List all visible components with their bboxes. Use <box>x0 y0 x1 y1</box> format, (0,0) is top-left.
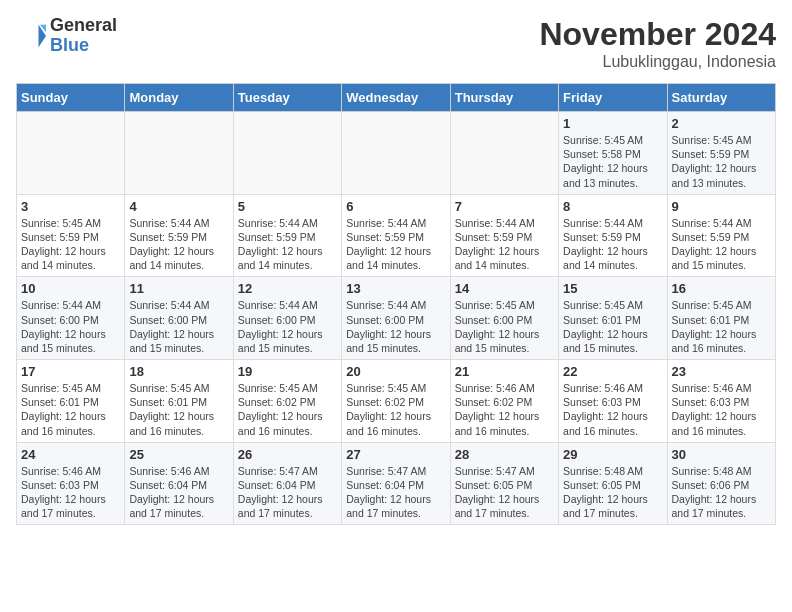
day-info: Sunrise: 5:44 AM Sunset: 5:59 PM Dayligh… <box>129 216 228 273</box>
logo-icon <box>16 21 46 51</box>
calendar-week-row: 1Sunrise: 5:45 AM Sunset: 5:58 PM Daylig… <box>17 112 776 195</box>
weekday-header-wednesday: Wednesday <box>342 84 450 112</box>
weekday-header-sunday: Sunday <box>17 84 125 112</box>
day-number: 2 <box>672 116 771 131</box>
calendar-week-row: 3Sunrise: 5:45 AM Sunset: 5:59 PM Daylig… <box>17 194 776 277</box>
day-info: Sunrise: 5:44 AM Sunset: 5:59 PM Dayligh… <box>672 216 771 273</box>
day-info: Sunrise: 5:44 AM Sunset: 5:59 PM Dayligh… <box>346 216 445 273</box>
day-number: 28 <box>455 447 554 462</box>
weekday-header-monday: Monday <box>125 84 233 112</box>
calendar-cell <box>342 112 450 195</box>
day-number: 19 <box>238 364 337 379</box>
calendar-cell: 21Sunrise: 5:46 AM Sunset: 6:02 PM Dayli… <box>450 360 558 443</box>
calendar-cell: 25Sunrise: 5:46 AM Sunset: 6:04 PM Dayli… <box>125 442 233 525</box>
day-info: Sunrise: 5:45 AM Sunset: 6:01 PM Dayligh… <box>129 381 228 438</box>
day-number: 17 <box>21 364 120 379</box>
day-number: 22 <box>563 364 662 379</box>
day-info: Sunrise: 5:45 AM Sunset: 6:00 PM Dayligh… <box>455 298 554 355</box>
calendar-cell: 6Sunrise: 5:44 AM Sunset: 5:59 PM Daylig… <box>342 194 450 277</box>
calendar-week-row: 24Sunrise: 5:46 AM Sunset: 6:03 PM Dayli… <box>17 442 776 525</box>
day-number: 14 <box>455 281 554 296</box>
calendar-cell: 4Sunrise: 5:44 AM Sunset: 5:59 PM Daylig… <box>125 194 233 277</box>
day-info: Sunrise: 5:44 AM Sunset: 5:59 PM Dayligh… <box>455 216 554 273</box>
calendar-cell: 23Sunrise: 5:46 AM Sunset: 6:03 PM Dayli… <box>667 360 775 443</box>
calendar-cell: 11Sunrise: 5:44 AM Sunset: 6:00 PM Dayli… <box>125 277 233 360</box>
day-info: Sunrise: 5:45 AM Sunset: 6:02 PM Dayligh… <box>238 381 337 438</box>
day-info: Sunrise: 5:46 AM Sunset: 6:03 PM Dayligh… <box>21 464 120 521</box>
day-info: Sunrise: 5:44 AM Sunset: 6:00 PM Dayligh… <box>129 298 228 355</box>
day-info: Sunrise: 5:46 AM Sunset: 6:03 PM Dayligh… <box>672 381 771 438</box>
calendar-table: SundayMondayTuesdayWednesdayThursdayFrid… <box>16 83 776 525</box>
calendar-cell: 29Sunrise: 5:48 AM Sunset: 6:05 PM Dayli… <box>559 442 667 525</box>
day-info: Sunrise: 5:45 AM Sunset: 5:58 PM Dayligh… <box>563 133 662 190</box>
day-number: 27 <box>346 447 445 462</box>
weekday-header-tuesday: Tuesday <box>233 84 341 112</box>
day-number: 5 <box>238 199 337 214</box>
day-number: 24 <box>21 447 120 462</box>
logo-line1: General <box>50 16 117 36</box>
calendar-cell: 8Sunrise: 5:44 AM Sunset: 5:59 PM Daylig… <box>559 194 667 277</box>
day-info: Sunrise: 5:45 AM Sunset: 6:02 PM Dayligh… <box>346 381 445 438</box>
weekday-header-saturday: Saturday <box>667 84 775 112</box>
calendar-cell: 28Sunrise: 5:47 AM Sunset: 6:05 PM Dayli… <box>450 442 558 525</box>
calendar-cell: 9Sunrise: 5:44 AM Sunset: 5:59 PM Daylig… <box>667 194 775 277</box>
calendar-cell: 13Sunrise: 5:44 AM Sunset: 6:00 PM Dayli… <box>342 277 450 360</box>
logo: General Blue <box>16 16 117 56</box>
calendar-cell: 5Sunrise: 5:44 AM Sunset: 5:59 PM Daylig… <box>233 194 341 277</box>
weekday-header-row: SundayMondayTuesdayWednesdayThursdayFrid… <box>17 84 776 112</box>
day-info: Sunrise: 5:44 AM Sunset: 6:00 PM Dayligh… <box>238 298 337 355</box>
day-number: 30 <box>672 447 771 462</box>
calendar-cell: 1Sunrise: 5:45 AM Sunset: 5:58 PM Daylig… <box>559 112 667 195</box>
calendar-cell <box>233 112 341 195</box>
day-info: Sunrise: 5:48 AM Sunset: 6:06 PM Dayligh… <box>672 464 771 521</box>
day-number: 16 <box>672 281 771 296</box>
calendar-cell <box>17 112 125 195</box>
calendar-cell: 19Sunrise: 5:45 AM Sunset: 6:02 PM Dayli… <box>233 360 341 443</box>
title-block: November 2024 Lubuklinggau, Indonesia <box>539 16 776 71</box>
day-info: Sunrise: 5:45 AM Sunset: 5:59 PM Dayligh… <box>21 216 120 273</box>
day-info: Sunrise: 5:44 AM Sunset: 5:59 PM Dayligh… <box>563 216 662 273</box>
day-info: Sunrise: 5:47 AM Sunset: 6:04 PM Dayligh… <box>346 464 445 521</box>
calendar-cell: 3Sunrise: 5:45 AM Sunset: 5:59 PM Daylig… <box>17 194 125 277</box>
calendar-cell: 27Sunrise: 5:47 AM Sunset: 6:04 PM Dayli… <box>342 442 450 525</box>
day-number: 15 <box>563 281 662 296</box>
calendar-subtitle: Lubuklinggau, Indonesia <box>539 53 776 71</box>
day-number: 12 <box>238 281 337 296</box>
weekday-header-friday: Friday <box>559 84 667 112</box>
day-number: 11 <box>129 281 228 296</box>
calendar-cell: 20Sunrise: 5:45 AM Sunset: 6:02 PM Dayli… <box>342 360 450 443</box>
calendar-cell: 14Sunrise: 5:45 AM Sunset: 6:00 PM Dayli… <box>450 277 558 360</box>
calendar-cell: 15Sunrise: 5:45 AM Sunset: 6:01 PM Dayli… <box>559 277 667 360</box>
day-number: 3 <box>21 199 120 214</box>
day-number: 25 <box>129 447 228 462</box>
day-number: 26 <box>238 447 337 462</box>
day-info: Sunrise: 5:45 AM Sunset: 5:59 PM Dayligh… <box>672 133 771 190</box>
day-info: Sunrise: 5:45 AM Sunset: 6:01 PM Dayligh… <box>21 381 120 438</box>
calendar-cell: 17Sunrise: 5:45 AM Sunset: 6:01 PM Dayli… <box>17 360 125 443</box>
day-number: 7 <box>455 199 554 214</box>
calendar-cell: 22Sunrise: 5:46 AM Sunset: 6:03 PM Dayli… <box>559 360 667 443</box>
day-info: Sunrise: 5:45 AM Sunset: 6:01 PM Dayligh… <box>563 298 662 355</box>
day-info: Sunrise: 5:46 AM Sunset: 6:04 PM Dayligh… <box>129 464 228 521</box>
calendar-cell: 18Sunrise: 5:45 AM Sunset: 6:01 PM Dayli… <box>125 360 233 443</box>
calendar-cell: 26Sunrise: 5:47 AM Sunset: 6:04 PM Dayli… <box>233 442 341 525</box>
day-number: 8 <box>563 199 662 214</box>
calendar-title: November 2024 <box>539 16 776 53</box>
calendar-cell: 30Sunrise: 5:48 AM Sunset: 6:06 PM Dayli… <box>667 442 775 525</box>
day-number: 23 <box>672 364 771 379</box>
calendar-cell <box>450 112 558 195</box>
day-number: 13 <box>346 281 445 296</box>
calendar-cell <box>125 112 233 195</box>
calendar-week-row: 17Sunrise: 5:45 AM Sunset: 6:01 PM Dayli… <box>17 360 776 443</box>
day-info: Sunrise: 5:48 AM Sunset: 6:05 PM Dayligh… <box>563 464 662 521</box>
day-number: 21 <box>455 364 554 379</box>
calendar-cell: 12Sunrise: 5:44 AM Sunset: 6:00 PM Dayli… <box>233 277 341 360</box>
day-info: Sunrise: 5:46 AM Sunset: 6:03 PM Dayligh… <box>563 381 662 438</box>
logo-text: General Blue <box>50 16 117 56</box>
day-number: 18 <box>129 364 228 379</box>
day-number: 6 <box>346 199 445 214</box>
day-info: Sunrise: 5:44 AM Sunset: 6:00 PM Dayligh… <box>346 298 445 355</box>
day-number: 1 <box>563 116 662 131</box>
day-info: Sunrise: 5:45 AM Sunset: 6:01 PM Dayligh… <box>672 298 771 355</box>
weekday-header-thursday: Thursday <box>450 84 558 112</box>
